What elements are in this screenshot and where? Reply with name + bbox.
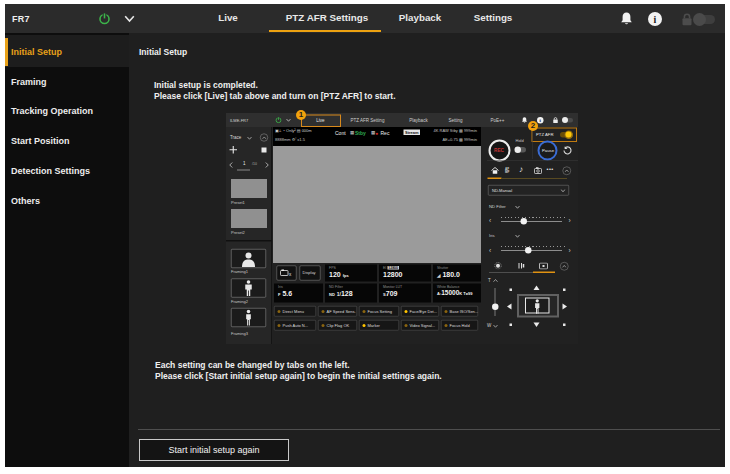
svg-text:x: x — [289, 272, 292, 277]
